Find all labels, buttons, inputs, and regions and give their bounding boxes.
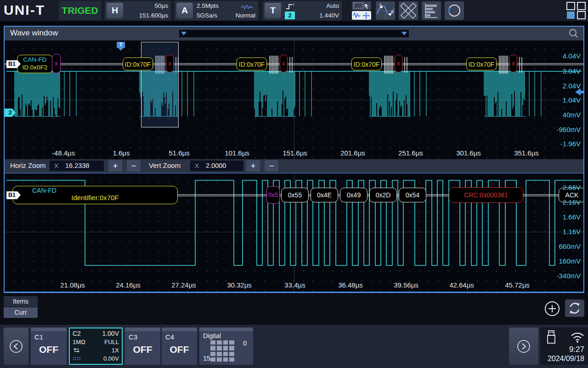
acquire-button[interactable]: A	[176, 3, 193, 18]
vert-zoom-field[interactable]: X 2.0000	[190, 161, 243, 171]
decode-data-byte: 0x54	[399, 188, 426, 202]
wave-window-header: Wave window	[5, 27, 583, 40]
decode-identifier-label: Identifier:0x70F	[13, 194, 177, 201]
statistics-tool[interactable]	[422, 1, 441, 20]
vert-zoom-increase-button[interactable]: +	[246, 160, 260, 172]
system-status-tile[interactable]: 9:27 2024/09/18	[540, 328, 588, 365]
decode-dlc-byte: 0x5	[266, 186, 280, 204]
decode-frame-id: ID:0x70F	[123, 58, 153, 70]
horiz-zoom-increase-button[interactable]: +	[108, 160, 122, 172]
trigger-sweep-value: Auto	[326, 2, 339, 9]
scroll-left-button[interactable]	[4, 328, 28, 365]
channel4-tile[interactable]: C4 OFF	[162, 328, 197, 365]
dropdown-arrow-icon	[401, 32, 407, 35]
wave-select-dropdown[interactable]	[179, 30, 409, 37]
sample-rate-value: 5GSa/s	[197, 12, 217, 19]
clock-time: 9:27	[569, 345, 584, 354]
decode-flag: x	[52, 54, 61, 73]
wave-window: Wave window T B1 2 CAN-FD ID:0x0F2	[4, 26, 584, 293]
time-scale-label: 42.64µs	[441, 281, 482, 289]
trigger-button[interactable]: T	[265, 3, 281, 18]
channel2-scale: 1.00V	[102, 330, 119, 337]
vert-zoom-value: 2.0000	[206, 162, 226, 169]
digital-high-index: 0	[243, 339, 247, 347]
trigger-level-value: 1.440V	[319, 12, 339, 19]
digital-channel-cell	[229, 340, 234, 345]
digital-channel-cell	[210, 346, 215, 350]
cursor-ab-icon: AB	[376, 1, 395, 20]
timebase-value: 50µs	[154, 2, 168, 9]
decode-crc-label: CRC:0x000381	[449, 187, 523, 203]
decode-frame-first: CAN-FD ID:0x0F2	[17, 55, 53, 73]
wave-drag-tool[interactable]	[352, 11, 371, 20]
time-scale-label: 39.56µs	[385, 281, 427, 289]
add-icon[interactable]	[544, 300, 560, 317]
box-select-tool[interactable]	[352, 1, 371, 10]
trigger-position-marker[interactable]: T	[117, 42, 125, 48]
horiz-zoom-decrease-button[interactable]: −	[127, 160, 141, 172]
trigger-section[interactable]: T T 2 Auto 1.440V	[263, 1, 342, 20]
decode-error-flag: x	[395, 55, 402, 72]
zoom-out-icon[interactable]	[568, 28, 579, 39]
time-scale-label: 301.6µs	[448, 149, 489, 157]
voltage-scale-label: 660mV	[539, 242, 581, 250]
decode-data-byte: 0x4E	[311, 188, 338, 202]
zoom-waveform-plot[interactable]: B1 CAN-FD Identifier:0x70F 0x5 0x550x4E0…	[5, 173, 583, 292]
channel3-tile[interactable]: C3 OFF	[125, 328, 160, 365]
noise-waveform-icon	[241, 3, 254, 10]
measure-rulers-icon	[399, 1, 418, 20]
items-tab[interactable]: Items	[4, 296, 38, 307]
vert-zoom-decrease-button[interactable]: −	[265, 160, 278, 172]
decode-error-flag: x	[166, 55, 174, 72]
scroll-right-button[interactable]	[509, 328, 538, 365]
time-scale-label: 351.6µs	[506, 149, 547, 157]
search-tool[interactable]	[445, 1, 464, 20]
decode-error-flag: x	[280, 55, 288, 72]
main-waveform-plot[interactable]: T B1 2 CAN-FD ID:0x0F2 x ID:0x70FxID:0x7…	[5, 40, 583, 159]
channel2-tile[interactable]: C2 1.00V 1MΩ FULL 1X 0.00V	[69, 328, 123, 365]
statistics-bars-icon	[422, 1, 441, 20]
bus1-badge: B1	[6, 60, 17, 68]
clock-date: 2024/09/18	[548, 355, 584, 363]
horiz-zoom-field[interactable]: X 16.2338	[50, 161, 104, 171]
horizontal-button[interactable]: H	[107, 3, 123, 18]
channel2-name: C2	[73, 330, 81, 337]
voltage-scale-label: -1.96V	[539, 140, 581, 148]
channel1-tile[interactable]: C1 OFF	[31, 328, 67, 365]
cursor-ab-tool[interactable]: AB	[376, 1, 395, 20]
digital-channel-cell	[229, 346, 234, 350]
time-scale-label: 24.16µs	[107, 281, 149, 289]
curr-tab[interactable]: Curr	[4, 307, 38, 318]
time-scale-label: 36.48µs	[330, 281, 371, 289]
voltage-scale-label: 1.66V	[539, 213, 581, 221]
decode-frame-id: ID:0x70F	[351, 58, 382, 70]
digital-channel-cell	[210, 357, 215, 362]
acquire-mode-value: Normal	[235, 12, 255, 19]
wave-window-title: Wave window	[10, 29, 58, 38]
digital-tile[interactable]: Digital 0 15	[199, 328, 253, 365]
voltage-scale-label: 3.04V	[539, 67, 581, 75]
memory-depth-value: 2.5Mpts	[197, 2, 219, 9]
voltage-scale-label: 160mV	[539, 257, 581, 265]
side-tabs: Items Curr	[4, 296, 38, 318]
digital-channel-cell	[217, 357, 222, 362]
measure-tool[interactable]	[399, 1, 418, 20]
time-scale-label: 45.72µs	[497, 281, 538, 289]
decode-error-flag: x	[509, 55, 517, 72]
time-scale-label: 151.6µs	[274, 149, 316, 157]
window-layout-icon[interactable]	[566, 2, 586, 19]
toolbar-strip: Items Curr	[0, 293, 588, 325]
digital-channel-cell	[229, 352, 234, 356]
oscilloscope-screen: UNI-T TRIGED H 50µs 151.600µs A 2.5Mpts …	[0, 0, 588, 368]
acquire-section[interactable]: A 2.5Mpts 5GSa/s Normal	[175, 1, 258, 20]
time-scale-label: 30.32µs	[219, 281, 260, 289]
trigger-source-badge[interactable]: 2	[285, 12, 295, 19]
zoom-region-indicator[interactable]	[141, 42, 179, 127]
refresh-button[interactable]	[565, 299, 584, 317]
dropdown-arrow-icon	[181, 32, 187, 35]
horiz-zoom-label: Horiz Zoom	[10, 161, 46, 169]
digital-channel-cell	[217, 346, 222, 350]
horizontal-section[interactable]: H 50µs 151.600µs	[105, 1, 171, 20]
voltage-scale-label: 4.04V	[539, 52, 581, 60]
tile-tab	[125, 328, 160, 331]
